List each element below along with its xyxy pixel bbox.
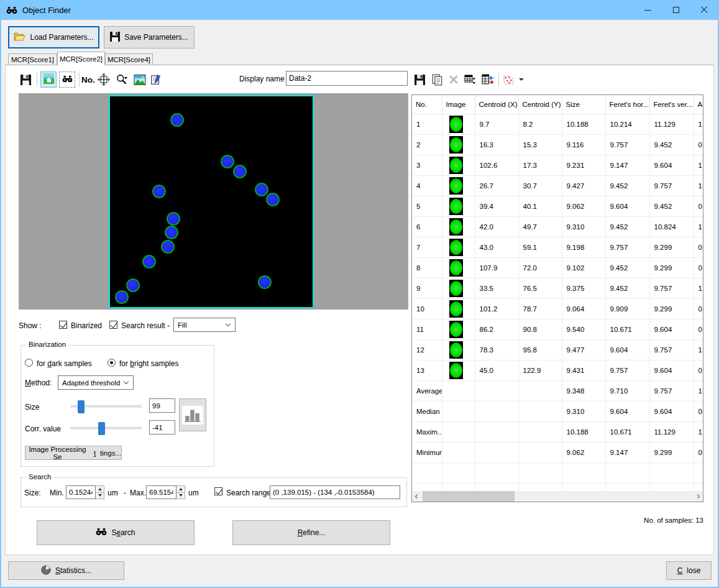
tab-mcr-score4[interactable]: MCR[Score4] — [105, 53, 153, 65]
column-header[interactable]: As — [694, 95, 703, 114]
image-processing-settings-button[interactable]: Image Processing Settings... — [25, 446, 122, 460]
detected-object[interactable] — [165, 226, 178, 239]
detected-object[interactable] — [126, 278, 140, 292]
detected-object[interactable] — [170, 113, 184, 127]
size-slider-track[interactable] — [70, 405, 142, 408]
min-size-input[interactable] — [66, 485, 96, 499]
display-name-label: Display name : — [239, 75, 288, 83]
scroll-left-button[interactable] — [412, 491, 423, 502]
overlay-mode-dropdown[interactable]: Fill — [173, 318, 236, 332]
table-horizontal-scrollbar[interactable] — [412, 491, 703, 502]
column-header[interactable]: Image — [442, 95, 475, 114]
search-button[interactable]: Search — [37, 520, 195, 545]
detected-object[interactable] — [233, 165, 247, 178]
scroll-right-button[interactable] — [692, 491, 703, 502]
corr-value-input[interactable] — [149, 420, 175, 434]
scatter-dropdown-button[interactable] — [519, 71, 524, 88]
table-cell: 1. — [694, 114, 703, 134]
spin-down[interactable] — [176, 493, 185, 499]
table-cell — [475, 462, 518, 483]
refine-button[interactable]: Refine... — [232, 520, 390, 545]
detected-object[interactable] — [115, 290, 129, 304]
table-row[interactable]: 642.049.79.3109.45210.8241. — [412, 216, 703, 237]
dark-samples-radio[interactable] — [25, 359, 33, 367]
column-header[interactable]: No. — [412, 95, 442, 114]
histogram-button[interactable] — [179, 398, 206, 431]
table-row[interactable]: 19.78.210.18810.21411.1291. — [412, 114, 703, 134]
table-exchange-button[interactable] — [482, 71, 494, 88]
save-image-button[interactable] — [21, 71, 31, 88]
table-row[interactable]: 3102.617.39.2319.1479.6041. — [412, 155, 703, 175]
properties-button[interactable] — [150, 71, 162, 88]
show-numbers-button[interactable]: No. — [81, 71, 95, 88]
table-row[interactable]: 10101.278.79.0649.9099.2990. — [412, 298, 703, 319]
max-size-input[interactable] — [146, 485, 176, 499]
corr-slider-thumb[interactable] — [98, 422, 105, 435]
detected-object[interactable] — [221, 155, 234, 168]
corr-value-label: Corr. value — [25, 425, 61, 433]
minimize-button[interactable] — [634, 0, 662, 20]
column-header[interactable]: Centroid (Y) — [518, 95, 562, 114]
table-row[interactable]: 1345.0122.99.4319.7579.6040. — [412, 360, 703, 380]
bright-samples-radio[interactable] — [108, 359, 116, 367]
table-insert-button[interactable] — [464, 71, 476, 88]
copy-button[interactable] — [431, 71, 443, 88]
table-row[interactable]: 743.059.19.1989.7579.2990. — [412, 237, 703, 257]
max-size-spinner[interactable] — [176, 485, 185, 499]
method-dropdown[interactable]: Adapted threshold — [58, 375, 134, 390]
detected-object[interactable] — [255, 183, 268, 196]
search-range-checkbox[interactable] — [214, 487, 222, 495]
scatter-region-button[interactable] — [502, 71, 515, 88]
detected-object[interactable] — [258, 275, 272, 289]
table-row[interactable]: 426.730.79.4279.4529.7571. — [412, 175, 703, 196]
close-button[interactable]: Close — [666, 561, 712, 580]
table-row[interactable]: 1186.290.89.54010.6719.6040. — [412, 319, 703, 339]
detected-object[interactable] — [167, 212, 180, 226]
find-region-button[interactable] — [59, 71, 75, 88]
table-cell: 1. — [694, 339, 703, 360]
table-cell: Minimum — [412, 442, 442, 462]
show-label: Show : — [19, 321, 42, 330]
detected-object[interactable] — [152, 185, 166, 198]
size-value-input[interactable] — [149, 398, 175, 413]
table-row[interactable]: 216.315.39.1169.7579.4520. — [412, 134, 703, 155]
load-parameters-button[interactable]: Load Parameters... — [8, 26, 99, 48]
spin-up[interactable] — [176, 486, 185, 493]
save-parameters-button[interactable]: Save Parameters... — [104, 26, 195, 48]
detected-object[interactable] — [142, 255, 156, 269]
table-row[interactable]: 539.440.19.0629.6049.4520. — [412, 196, 703, 216]
spin-down[interactable] — [96, 493, 104, 499]
tab-mcr-score1[interactable]: MCR[Score1] — [8, 53, 57, 65]
min-size-spinner[interactable] — [96, 485, 104, 499]
pan-tool-button[interactable] — [40, 71, 57, 88]
maximize-icon — [673, 7, 679, 13]
statistics-button[interactable]: Statistics... — [8, 561, 124, 580]
column-header[interactable]: Feret's hor... — [605, 95, 649, 114]
column-header[interactable]: Centroid (X) — [475, 95, 518, 114]
detected-object[interactable] — [161, 240, 175, 254]
table-row[interactable]: 933.576.59.3759.4529.7571. — [412, 278, 703, 298]
display-name-input[interactable] — [286, 71, 408, 86]
delete-button[interactable] — [449, 71, 459, 88]
table-cell — [442, 237, 475, 257]
table-row[interactable]: 1278.395.89.4779.6049.7571. — [412, 339, 703, 360]
detected-object[interactable] — [266, 193, 280, 206]
zoom-button[interactable] — [116, 71, 128, 88]
image-display-button[interactable] — [134, 71, 146, 88]
spin-up[interactable] — [96, 486, 104, 493]
corr-slider-track[interactable] — [70, 427, 142, 430]
close-window-button[interactable] — [690, 0, 718, 20]
position-marker-button[interactable] — [98, 71, 110, 88]
image-canvas[interactable] — [109, 95, 314, 308]
search-result-checkbox[interactable] — [109, 321, 117, 329]
table-row[interactable]: 8107.972.09.1029.4529.2990. — [412, 257, 703, 278]
column-header[interactable]: Size — [562, 95, 605, 114]
size-slider-thumb[interactable] — [78, 400, 85, 413]
binarized-checkbox[interactable] — [59, 321, 67, 329]
table-cell: 9.710 — [605, 380, 649, 401]
tab-mcr-score2[interactable]: MCR[Score2] — [57, 52, 105, 65]
column-header[interactable]: Feret's ver... — [649, 95, 694, 114]
scrollbar-thumb[interactable] — [423, 491, 515, 502]
save-table-button[interactable] — [414, 71, 425, 88]
maximize-button[interactable] — [662, 0, 690, 20]
